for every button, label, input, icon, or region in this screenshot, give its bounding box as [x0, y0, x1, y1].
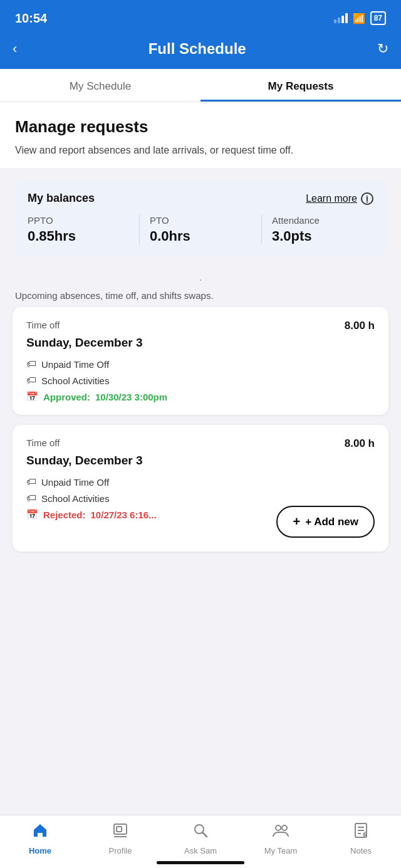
battery-icon: 87	[370, 11, 386, 25]
search-icon	[192, 822, 209, 844]
nav-profile-label: Profile	[109, 846, 132, 855]
card-2-header: Time off 8.00 h	[26, 437, 375, 450]
svg-rect-1	[117, 827, 122, 832]
balances-card: My balances Learn more i PPTO 0.85hrs PT…	[15, 180, 386, 256]
bottom-nav: Home Profile Ask Sam	[0, 815, 401, 868]
tag-icon-4: 🏷	[26, 493, 36, 504]
signal-icon	[334, 13, 348, 23]
card-2-detail-1: 🏷 Unpaid Time Off	[26, 476, 375, 488]
tab-my-schedule[interactable]: My Schedule	[0, 69, 200, 102]
tag-icon-1: 🏷	[26, 358, 36, 370]
request-card-1: Time off 8.00 h Sunday, December 3 🏷 Unp…	[13, 307, 388, 415]
add-new-button[interactable]: + + Add new	[276, 506, 375, 538]
info-icon: i	[361, 192, 373, 205]
tag-icon-2: 🏷	[26, 375, 36, 386]
dot: ·	[15, 273, 386, 286]
balance-attendance: Attendance 3.0pts	[272, 215, 373, 244]
manage-description: View and report absences and late arriva…	[15, 143, 386, 158]
status-icons: 📶 87	[334, 11, 386, 25]
card-2-hours: 8.00 h	[345, 437, 375, 450]
svg-line-4	[202, 832, 207, 837]
home-indicator	[157, 861, 244, 864]
balances-header: My balances Learn more i	[28, 192, 373, 205]
calendar-icon-1: 📅	[26, 391, 38, 402]
cards-area: Time off 8.00 h Sunday, December 3 🏷 Unp…	[0, 307, 401, 574]
card-1-hours: 8.00 h	[345, 320, 375, 332]
card-1-header: Time off 8.00 h	[26, 320, 375, 332]
tab-my-requests[interactable]: My Requests	[200, 69, 401, 102]
nav-profile[interactable]: Profile	[80, 822, 160, 855]
card-1-detail-2: 🏷 School Activities	[26, 375, 375, 386]
card-1-date: Sunday, December 3	[26, 336, 375, 350]
nav-ask-sam[interactable]: Ask Sam	[160, 822, 241, 855]
card-2-date: Sunday, December 3	[26, 454, 375, 468]
profile-icon	[112, 822, 129, 844]
request-card-2: Time off 8.00 h Sunday, December 3 🏷 Unp…	[13, 425, 388, 552]
nav-my-team-label: My Team	[264, 846, 298, 855]
card-2-status-value: 10/27/23 6:16...	[91, 510, 157, 520]
back-button[interactable]: ‹	[13, 41, 17, 57]
card-1-type: Time off	[26, 320, 60, 330]
nav-ask-sam-label: Ask Sam	[184, 846, 217, 855]
balances-row: PPTO 0.85hrs PTO 0.0hrs Attendance 3.0pt…	[28, 215, 373, 244]
balances-title: My balances	[28, 192, 95, 205]
refresh-button[interactable]: ↻	[377, 41, 388, 57]
card-1-detail-1: 🏷 Unpaid Time Off	[26, 358, 375, 370]
team-icon	[272, 822, 289, 844]
card-2-status-label: Rejected:	[43, 510, 86, 520]
manage-section: Manage requests View and report absences…	[0, 102, 401, 168]
learn-more-button[interactable]: Learn more i	[306, 192, 373, 205]
upcoming-section: · Upcoming absences, time off, and shift…	[0, 266, 401, 307]
nav-home-label: Home	[29, 846, 51, 855]
balance-pto: PTO 0.0hrs	[150, 215, 262, 244]
card-1-status-label: Approved:	[43, 392, 90, 402]
balance-ppto: PPTO 0.85hrs	[28, 215, 140, 244]
card-1-status: 📅 Approved: 10/30/23 3:00pm	[26, 391, 375, 402]
status-bar: 10:54 📶 87	[0, 0, 401, 34]
card-2-detail-2: 🏷 School Activities	[26, 493, 375, 504]
card-1-status-value: 10/30/23 3:00pm	[95, 392, 167, 402]
manage-title: Manage requests	[15, 117, 386, 137]
nav-home[interactable]: Home	[0, 822, 80, 855]
header-title: Full Schedule	[148, 40, 246, 58]
notes-icon	[352, 822, 370, 844]
status-time: 10:54	[15, 11, 47, 26]
svg-point-6	[282, 825, 287, 830]
tabs: My Schedule My Requests	[0, 69, 401, 102]
wifi-icon: 📶	[353, 13, 365, 24]
nav-notes[interactable]: Notes	[321, 822, 401, 855]
header: ‹ Full Schedule ↻	[0, 34, 401, 69]
svg-point-5	[276, 825, 281, 830]
plus-icon: +	[293, 515, 300, 529]
calendar-icon-2: 📅	[26, 509, 38, 520]
nav-my-team[interactable]: My Team	[241, 822, 321, 855]
nav-notes-label: Notes	[350, 846, 372, 855]
card-2-type: Time off	[26, 437, 60, 448]
upcoming-subtitle: Upcoming absences, time off, and shifts …	[15, 290, 386, 301]
home-icon	[31, 822, 49, 844]
tag-icon-3: 🏷	[26, 476, 36, 488]
